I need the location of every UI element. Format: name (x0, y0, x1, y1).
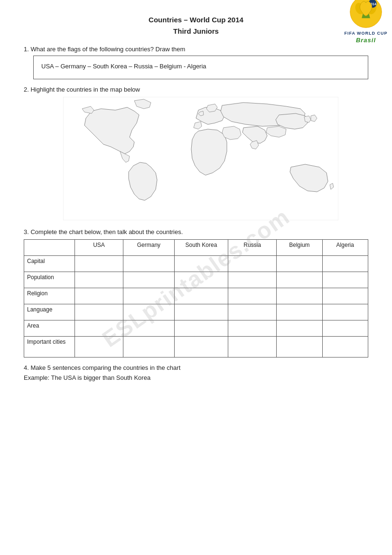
row-label-capital: Capital (24, 256, 75, 272)
question-1-label: 1. What are the flags of the following c… (24, 46, 368, 53)
countries-text: USA – Germany – South Korea – Russia – B… (41, 63, 206, 70)
col-header-belgium: Belgium (277, 240, 322, 256)
table-cell (123, 256, 175, 272)
table-cell (174, 272, 228, 288)
question-1: 1. What are the flags of the following c… (24, 46, 368, 79)
question-4-example: Example: The USA is bigger than South Ko… (24, 374, 368, 381)
table-cell (174, 288, 228, 304)
table-cell (123, 288, 175, 304)
table-cell (228, 288, 277, 304)
table-row: Area (24, 320, 368, 337)
table-cell (174, 337, 228, 357)
map-container (33, 97, 368, 222)
table-cell (322, 304, 368, 320)
question-3-label: 3. Complete the chart below, then talk a… (24, 228, 368, 235)
table-cell (277, 256, 322, 272)
table-cell (228, 304, 277, 320)
countries-list-box: USA – Germany – South Korea – Russia – B… (33, 56, 368, 79)
table-cell (123, 320, 175, 337)
table-cell (322, 288, 368, 304)
table-cell (322, 320, 368, 337)
table-cell (174, 256, 228, 272)
table-cell (228, 256, 277, 272)
table-cell (123, 272, 175, 288)
table-cell (228, 337, 277, 357)
col-header-southkorea: South Korea (174, 240, 228, 256)
table-row: Capital (24, 256, 368, 272)
table-cell (75, 337, 123, 357)
table-cell (174, 304, 228, 320)
table-cell (75, 272, 123, 288)
countries-chart: USA Germany South Korea Russia Belgium A… (24, 239, 368, 357)
table-row: Population (24, 272, 368, 288)
table-cell (277, 272, 322, 288)
col-header-germany: Germany (123, 240, 175, 256)
table-cell (75, 256, 123, 272)
row-label-important-cities: Important cities (24, 337, 75, 357)
col-header-empty (24, 240, 75, 256)
table-cell (277, 304, 322, 320)
table-cell (123, 337, 175, 357)
table-cell (123, 304, 175, 320)
col-header-russia: Russia (228, 240, 277, 256)
table-row: Language (24, 304, 368, 320)
question-2-label: 2. Highlight the countries in the map be… (24, 86, 368, 93)
col-header-algeria: Algeria (322, 240, 368, 256)
row-label-language: Language (24, 304, 75, 320)
table-cell (277, 320, 322, 337)
table-cell (228, 272, 277, 288)
table-cell (75, 320, 123, 337)
question-4-label: 4. Make 5 sentences comparing the countr… (24, 364, 368, 371)
table-header-row: USA Germany South Korea Russia Belgium A… (24, 240, 368, 256)
table-cell (277, 337, 322, 357)
table-cell (174, 320, 228, 337)
table-cell (322, 272, 368, 288)
col-header-usa: USA (75, 240, 123, 256)
row-label-population: Population (24, 272, 75, 288)
table-row: Religion (24, 288, 368, 304)
table-cell (75, 288, 123, 304)
question-2: 2. Highlight the countries in the map be… (24, 86, 368, 222)
row-label-religion: Religion (24, 288, 75, 304)
page-header: Countries – World Cup 2014 Third Juniors (24, 14, 368, 37)
question-3: 3. Complete the chart below, then talk a… (24, 228, 368, 357)
question-4: 4. Make 5 sentences comparing the countr… (24, 364, 368, 381)
table-cell (322, 256, 368, 272)
table-cell (277, 288, 322, 304)
table-row: Important cities (24, 337, 368, 357)
table-cell (75, 304, 123, 320)
world-map (63, 97, 338, 220)
page-title: Countries – World Cup 2014 Third Juniors (24, 14, 368, 37)
table-cell (228, 320, 277, 337)
row-label-area: Area (24, 320, 75, 337)
table-cell (322, 337, 368, 357)
